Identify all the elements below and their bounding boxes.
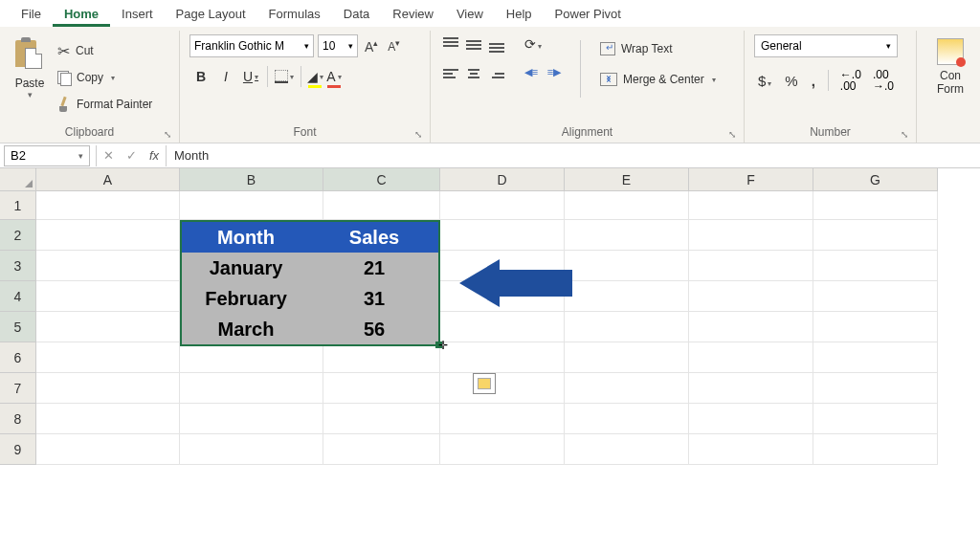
orientation-button[interactable]: ⟳▾	[521, 34, 565, 54]
font-color-button[interactable]: A	[325, 65, 343, 88]
row-header-8[interactable]: 8	[0, 404, 36, 434]
insert-function-button[interactable]: fx	[143, 148, 166, 163]
formula-input[interactable]: Month	[167, 148, 980, 163]
cell[interactable]	[565, 251, 689, 281]
italic-button[interactable]: I	[214, 65, 237, 88]
cell[interactable]	[813, 281, 938, 312]
align-top-button[interactable]	[440, 34, 461, 55]
cell[interactable]	[565, 220, 689, 251]
paste-options-button[interactable]	[473, 373, 496, 394]
borders-button[interactable]	[273, 65, 296, 88]
cancel-formula-button[interactable]: ✕	[97, 148, 120, 163]
cell[interactable]	[689, 404, 813, 434]
grid-body[interactable]: 123456789	[0, 191, 980, 551]
cell[interactable]	[565, 191, 689, 220]
bold-button[interactable]: B	[189, 65, 212, 88]
cell[interactable]	[689, 434, 813, 465]
menu-data[interactable]: Data	[332, 3, 381, 27]
row-header-2[interactable]: 2	[0, 220, 36, 251]
increase-decimal-button[interactable]: ←.0.00	[837, 67, 864, 94]
selected-range[interactable]: Month Sales January 21 February 31 March…	[180, 220, 440, 346]
align-bottom-button[interactable]	[486, 34, 507, 55]
cell[interactable]	[813, 373, 938, 404]
percent-format-button[interactable]: %	[781, 71, 801, 91]
col-header-G[interactable]: G	[813, 168, 938, 191]
decrease-font-size-button[interactable]: A▾	[385, 36, 403, 55]
cell[interactable]	[565, 373, 689, 404]
cell[interactable]	[36, 220, 180, 251]
col-header-A[interactable]: A	[36, 168, 180, 191]
col-header-C[interactable]: C	[323, 168, 440, 191]
align-center-button[interactable]	[463, 63, 484, 84]
cell[interactable]	[36, 373, 180, 404]
menu-home[interactable]: Home	[53, 3, 110, 27]
cell[interactable]	[689, 191, 813, 220]
format-painter-button[interactable]: Format Painter	[57, 94, 152, 115]
cell[interactable]	[689, 312, 813, 342]
cell[interactable]	[36, 434, 180, 465]
cell[interactable]	[689, 281, 813, 312]
menu-insert[interactable]: Insert	[110, 3, 165, 27]
cell[interactable]	[813, 404, 938, 434]
cell[interactable]	[813, 251, 938, 281]
cell[interactable]	[323, 342, 440, 373]
number-format-select[interactable]: General ▾	[754, 34, 898, 57]
enter-formula-button[interactable]: ✓	[120, 148, 143, 163]
col-header-D[interactable]: D	[440, 168, 565, 191]
cell[interactable]	[440, 342, 565, 373]
name-box[interactable]: B2 ▾	[4, 145, 90, 166]
cell[interactable]	[323, 434, 440, 465]
cell[interactable]	[440, 220, 565, 251]
cell[interactable]	[689, 373, 813, 404]
menu-page-layout[interactable]: Page Layout	[165, 3, 257, 27]
cell[interactable]	[565, 281, 689, 312]
cell[interactable]	[689, 220, 813, 251]
alignment-dialog-launcher[interactable]: ⤡	[728, 129, 740, 141]
increase-font-size-button[interactable]: A▴	[362, 36, 381, 56]
menu-help[interactable]: Help	[495, 3, 544, 27]
cell[interactable]	[440, 373, 565, 404]
cell[interactable]	[565, 434, 689, 465]
cell[interactable]	[323, 404, 440, 434]
cut-button[interactable]: ✂ Cut	[57, 40, 152, 61]
cell[interactable]	[565, 342, 689, 373]
comma-format-button[interactable]: ,	[808, 71, 819, 91]
cell[interactable]	[813, 220, 938, 251]
cell[interactable]	[440, 312, 565, 342]
menu-power-pivot[interactable]: Power Pivot	[544, 3, 633, 27]
cell[interactable]	[689, 251, 813, 281]
underline-button[interactable]: U	[239, 65, 262, 88]
cell[interactable]	[180, 191, 323, 220]
font-dialog-launcher[interactable]: ⤡	[414, 129, 426, 141]
cell[interactable]	[180, 342, 323, 373]
row-header-3[interactable]: 3	[0, 251, 36, 281]
align-middle-button[interactable]	[463, 34, 484, 55]
row-header-9[interactable]: 9	[0, 434, 36, 465]
increase-indent-button[interactable]: ≡▶	[544, 61, 565, 82]
row-header-6[interactable]: 6	[0, 342, 36, 373]
align-left-button[interactable]	[440, 63, 461, 84]
cell[interactable]	[813, 191, 938, 220]
decrease-indent-button[interactable]: ◀≡	[521, 61, 542, 82]
cell[interactable]	[689, 342, 813, 373]
wrap-text-button[interactable]: Wrap Text	[596, 36, 720, 61]
fill-color-button[interactable]: ◢	[306, 65, 323, 88]
decrease-decimal-button[interactable]: .00→.0	[870, 67, 897, 94]
paste-button[interactable]: Paste ▾	[10, 34, 50, 123]
cell[interactable]	[180, 373, 323, 404]
copy-button[interactable]: Copy ▾	[57, 67, 152, 88]
font-size-select[interactable]: 10 ▾	[318, 34, 358, 57]
menu-file[interactable]: File	[10, 3, 53, 27]
cell[interactable]	[440, 191, 565, 220]
number-dialog-launcher[interactable]: ⤡	[901, 129, 912, 141]
menu-formulas[interactable]: Formulas	[257, 3, 332, 27]
cell[interactable]	[180, 434, 323, 465]
cell[interactable]	[36, 312, 180, 342]
cell[interactable]	[565, 404, 689, 434]
row-header-1[interactable]: 1	[0, 191, 36, 220]
menu-view[interactable]: View	[445, 3, 495, 27]
select-all-corner[interactable]	[0, 168, 36, 191]
clipboard-dialog-launcher[interactable]: ⤡	[164, 129, 175, 141]
accounting-format-button[interactable]: $▾	[754, 71, 775, 91]
cell[interactable]	[813, 342, 938, 373]
